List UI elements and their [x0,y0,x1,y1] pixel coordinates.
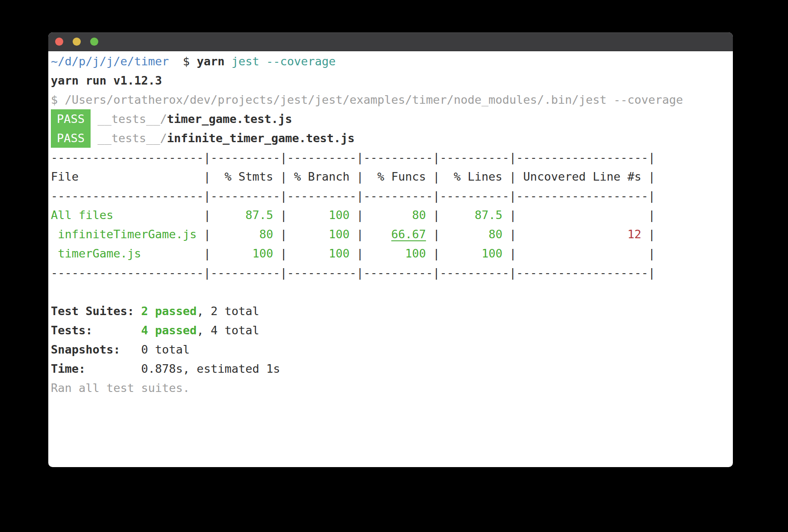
pass-badge: PASS [51,129,91,148]
yarn-version-line: yarn run v1.12.3 [51,71,733,90]
terminal-window: ~/d/p/j/j/e/timer $ yarn jest --coverage… [48,32,733,467]
title-bar[interactable] [48,32,733,51]
summary-time: Time: 0.878s, estimated 1s [51,359,733,378]
table-divider-header: ----------------------|----------|------… [51,186,733,205]
table-row-timer-game: timerGame.js | 100 | 100 | 100 | 100 | | [51,244,733,263]
table-row-all-files: All files | 87.5 | 100 | 80 | 87.5 | | [51,205,733,225]
summary-test-suites: Test Suites: 2 passed, 2 total [51,301,733,321]
run-status-line: Ran all test suites. [51,378,733,398]
close-button[interactable] [55,38,63,46]
table-divider-top: ----------------------|----------|------… [51,148,733,167]
terminal-output[interactable]: ~/d/p/j/j/e/timer $ yarn jest --coverage… [48,51,733,398]
pass-line-timer-game: PASS __tests__/timer_game.test.js [51,109,733,129]
table-row-infinite-timer-game: infiniteTimerGame.js | 80 | 100 | 66.67 … [51,225,733,244]
jest-bin-line: $ /Users/ortatherox/dev/projects/jest/je… [51,90,733,109]
blank-line [51,282,733,301]
minimize-button[interactable] [73,38,81,46]
zoom-button[interactable] [90,38,98,46]
pass-badge: PASS [51,109,91,129]
summary-tests: Tests: 4 passed, 4 total [51,321,733,340]
table-divider-bottom: ----------------------|----------|------… [51,263,733,282]
table-header: File | % Stmts | % Branch | % Funcs | % … [51,167,733,186]
traffic-lights [55,38,98,46]
summary-snapshots: Snapshots: 0 total [51,340,733,359]
prompt-line: ~/d/p/j/j/e/timer $ yarn jest --coverage [51,52,733,71]
pass-line-infinite-timer-game: PASS __tests__/infinite_timer_game.test.… [51,129,733,148]
